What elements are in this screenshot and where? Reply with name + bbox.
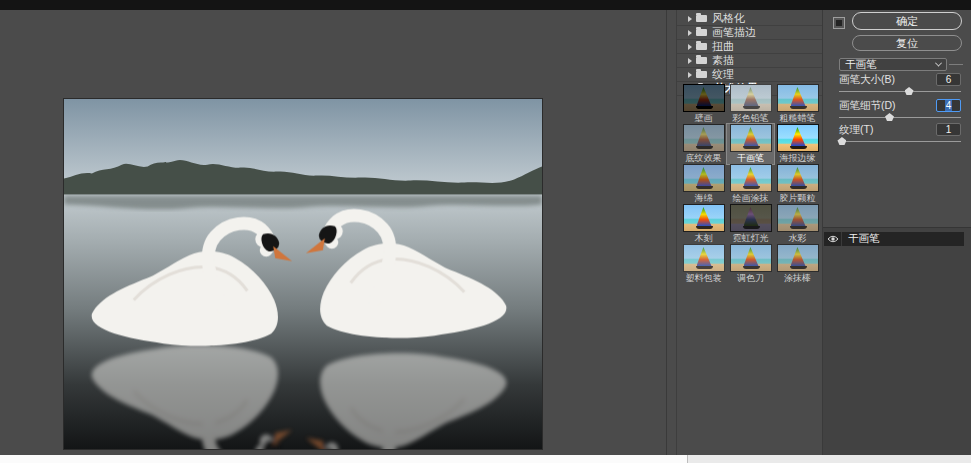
filter-preview-icon — [730, 164, 772, 192]
filter-preview-icon — [777, 84, 819, 112]
filter-thumbnail[interactable]: 彩色铅笔 — [727, 84, 774, 124]
chevron-down-icon — [935, 60, 942, 67]
ok-button[interactable]: 确定 — [852, 12, 962, 30]
filter-thumbnail[interactable]: 木刻 — [680, 204, 727, 244]
filter-category[interactable]: 素描 — [677, 54, 822, 68]
filter-preview-icon — [683, 164, 725, 192]
filter-category-label: 风格化 — [712, 12, 745, 25]
chevron-right-icon — [688, 58, 692, 64]
filter-preview-icon — [683, 84, 725, 112]
eye-icon — [827, 235, 839, 243]
filter-thumbnail-label: 调色刀 — [727, 273, 774, 283]
effect-layers-list: 干画笔 — [823, 228, 971, 455]
filter-thumbnail[interactable]: 调色刀 — [727, 244, 774, 284]
parameter-head: 纹理(T)1 — [839, 123, 961, 136]
filter-thumbnail[interactable]: 涂抹棒 — [774, 244, 821, 284]
filter-category-label: 纹理 — [712, 68, 734, 81]
filter-category[interactable]: 画笔描边 — [677, 26, 822, 40]
filter-preview-icon — [683, 204, 725, 232]
filter-thumbnail[interactable]: 胶片颗粒 — [774, 164, 821, 204]
chevron-right-icon — [688, 44, 692, 50]
chevron-right-icon — [688, 72, 692, 78]
effect-layer-label: 干画笔 — [842, 232, 880, 246]
preview-pane — [0, 10, 666, 455]
filter-thumbnail-label: 木刻 — [680, 233, 727, 243]
bottom-cutoff-strip — [0, 455, 971, 463]
filter-thumbnail-label: 胶片颗粒 — [774, 193, 821, 203]
filter-thumbnail-label: 彩色铅笔 — [727, 113, 774, 123]
filter-thumbnail-label: 绘画涂抹 — [727, 193, 774, 203]
filter-preview-icon — [730, 204, 772, 232]
parameter-group: 画笔细节(D)4 — [839, 99, 961, 123]
filter-thumbnail-grid: 壁画彩色铅笔粗糙蜡笔底纹效果干画笔海报边缘海绵绘画涂抹胶片颗粒木刻霓虹灯光水彩塑… — [680, 84, 822, 284]
reset-button[interactable]: 复位 — [852, 35, 962, 51]
filter-thumbnail[interactable]: 壁画 — [680, 84, 727, 124]
filter-category[interactable]: 纹理 — [677, 68, 822, 82]
filter-thumbnail-label: 塑料包装 — [680, 273, 727, 283]
filter-thumbnail-label: 水彩 — [774, 233, 821, 243]
parameter-head: 画笔细节(D)4 — [839, 99, 961, 112]
filter-category[interactable]: 风格化 — [677, 12, 822, 26]
filter-preview-icon — [730, 244, 772, 272]
dialog-body: 风格化画笔描边扭曲素描纹理艺术效果 壁画彩色铅笔粗糙蜡笔底纹效果干画笔海报边缘海… — [0, 10, 971, 455]
filter-thumbnail[interactable]: 水彩 — [774, 204, 821, 244]
chevron-right-icon — [688, 30, 692, 36]
filter-list-panel: 风格化画笔描边扭曲素描纹理艺术效果 壁画彩色铅笔粗糙蜡笔底纹效果干画笔海报边缘海… — [677, 10, 822, 455]
filter-select-value: 干画笔 — [845, 59, 936, 70]
filter-thumbnail-label: 涂抹棒 — [774, 273, 821, 283]
filter-gallery-dialog: 风格化画笔描边扭曲素描纹理艺术效果 壁画彩色铅笔粗糙蜡笔底纹效果干画笔海报边缘海… — [0, 0, 971, 463]
param-label: 纹理(T) — [839, 123, 873, 137]
slider-thumb[interactable] — [905, 87, 914, 95]
filter-category-label: 画笔描边 — [712, 26, 756, 39]
filter-category[interactable]: 扭曲 — [677, 40, 822, 54]
filter-thumbnail-label: 干画笔 — [727, 153, 774, 163]
filter-preview-icon — [777, 244, 819, 272]
filter-select-dropdown[interactable]: 干画笔 — [839, 58, 947, 71]
folder-icon — [696, 29, 707, 36]
settings-panel: 确定 复位 干画笔 画笔大小(B)6画笔细节(D)4纹理(T)1 干画笔 — [823, 10, 971, 455]
filter-thumbnail[interactable]: 底纹效果 — [680, 124, 727, 164]
filter-thumbnail[interactable]: 海绵 — [680, 164, 727, 204]
filter-thumbnail[interactable]: 干画笔 — [727, 124, 774, 164]
param-slider[interactable] — [839, 117, 961, 118]
folder-icon — [696, 57, 707, 64]
panel-divider — [666, 10, 667, 455]
visibility-toggle[interactable] — [824, 232, 842, 246]
filter-thumbnail[interactable]: 海报边缘 — [774, 124, 821, 164]
filter-thumbnail[interactable]: 霓虹灯光 — [727, 204, 774, 244]
filter-thumbnail[interactable]: 粗糙蜡笔 — [774, 84, 821, 124]
param-label: 画笔大小(B) — [839, 73, 895, 87]
parameter-head: 画笔大小(B)6 — [839, 73, 961, 86]
filter-preview-icon — [683, 124, 725, 152]
dropdown-rule — [949, 64, 963, 65]
filter-thumbnail-label: 霓虹灯光 — [727, 233, 774, 243]
window-top-bar — [0, 0, 971, 10]
filter-thumbnail[interactable]: 绘画涂抹 — [727, 164, 774, 204]
folder-icon — [696, 71, 707, 78]
folder-icon — [696, 15, 707, 22]
slider-thumb[interactable] — [837, 137, 846, 145]
effect-layer-row[interactable]: 干画笔 — [824, 232, 964, 246]
filter-thumbnail-label: 底纹效果 — [680, 153, 727, 163]
param-value-input[interactable]: 6 — [936, 73, 961, 86]
param-slider[interactable] — [839, 141, 961, 142]
slider-thumb[interactable] — [885, 113, 894, 121]
toggle-thumbnails-button[interactable] — [833, 17, 845, 29]
filter-preview-icon — [730, 84, 772, 112]
param-value-input[interactable]: 1 — [936, 123, 961, 136]
swans-lake-image — [64, 99, 542, 449]
filter-category-label: 扭曲 — [712, 40, 734, 53]
filter-thumbnail-label: 粗糙蜡笔 — [774, 113, 821, 123]
selected-text: 4 — [945, 100, 953, 111]
param-value-input[interactable]: 4 — [936, 99, 961, 112]
param-slider[interactable] — [839, 91, 961, 92]
filter-preview-icon — [777, 204, 819, 232]
filter-thumbnail[interactable]: 塑料包装 — [680, 244, 727, 284]
chevron-right-icon — [688, 16, 692, 22]
preview-image[interactable] — [63, 98, 543, 450]
double-chevron-icon — [836, 20, 842, 26]
folder-icon — [696, 43, 707, 50]
filter-thumbnail-label: 海报边缘 — [774, 153, 821, 163]
filter-preview-icon — [730, 124, 772, 152]
filter-preview-icon — [777, 164, 819, 192]
